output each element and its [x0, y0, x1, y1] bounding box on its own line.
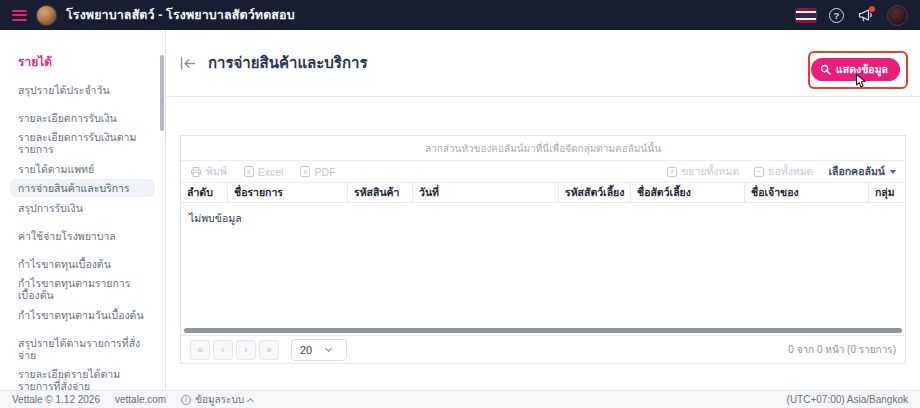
main-content: การจ่ายสินค้าและบริการ แสดงข้อมูล ลากส่ว…	[166, 30, 920, 390]
sidebar-item[interactable]: สรุปรายได้ประจำวัน	[10, 81, 155, 99]
top-bar: โรงพยาบาลสัตว์ - โรงพยาบาลสัตว์ทดสอบ ?	[0, 0, 920, 30]
sidebar-item[interactable]: กำไรขาดทุนเบื้องต้น	[10, 255, 155, 273]
sidebar-item[interactable]: รายละเอียดการรับเงินตามรายการ	[10, 128, 155, 158]
group-panel[interactable]: ลากส่วนหัวของคอลัมน์มาที่นี่เพื่อจัดกลุ่…	[181, 136, 905, 161]
sidebar-item[interactable]: กำไรขาดทุนตามรายการเบื้องต้น	[10, 274, 155, 304]
pager-button[interactable]: ‹	[213, 340, 233, 360]
column-header[interactable]: ลำดับ	[181, 183, 228, 202]
print-label: พิมพ์	[206, 163, 227, 180]
column-header[interactable]: ชื่อเจ้าของ	[745, 183, 869, 202]
page-title-bar: การจ่ายสินค้าและบริการ	[166, 30, 920, 97]
collapse-sidebar-icon[interactable]	[180, 55, 198, 71]
pagination-bar: « ‹ › »	[181, 335, 905, 363]
sidebar-item-label: รายละเอียดการรับเงินตามรายการ	[18, 131, 136, 155]
sidebar-section-title: รายได้	[0, 30, 165, 79]
excel-label: Excel	[258, 166, 284, 178]
column-header[interactable]: รหัสสัตว์เลี้ยง	[559, 183, 631, 202]
pager-nav-buttons: « ‹ › »	[190, 340, 279, 360]
column-header-label: วันที่	[419, 184, 439, 201]
system-info-toggle[interactable]: i ข้อมูลระบบ	[181, 392, 253, 407]
column-header[interactable]: รหัสสินค้า	[348, 183, 413, 202]
excel-file-icon: X	[244, 166, 254, 177]
collapse-all-icon: −	[754, 167, 764, 177]
collapse-all-button[interactable]: − ย่อทั้งหมด	[754, 163, 813, 180]
page-title: การจ่ายสินค้าและบริการ	[208, 51, 368, 75]
pager-button[interactable]: »	[259, 340, 279, 360]
sidebar-item-label: การจ่ายสินค้าและบริการ	[18, 182, 130, 194]
system-info-label: ข้อมูลระบบ	[195, 392, 244, 407]
help-icon[interactable]: ?	[829, 8, 844, 23]
thai-flag-language-icon[interactable]	[796, 9, 816, 22]
column-header-label: ชื่อสัตว์เลี้ยง	[637, 184, 691, 201]
info-icon: i	[181, 395, 191, 405]
print-button[interactable]: พิมพ์	[190, 163, 227, 180]
user-avatar[interactable]	[887, 5, 908, 26]
pager-button-glyph: ›	[244, 344, 247, 355]
search-icon	[820, 64, 831, 75]
pager-button-glyph: ‹	[221, 344, 224, 355]
pager-button[interactable]: ›	[236, 340, 256, 360]
page-size-select[interactable]: 20	[291, 339, 347, 361]
sidebar-item-label: กำไรขาดทุนตามวันเบื้องต้น	[18, 309, 144, 321]
expand-all-button[interactable]: + ขยายทั้งหมด	[667, 163, 739, 180]
export-pdf-button[interactable]: A PDF	[300, 166, 335, 178]
caret-down-icon	[890, 170, 896, 174]
horizontal-scrollbar-thumb[interactable]	[184, 328, 902, 333]
expand-all-label: ขยายทั้งหมด	[681, 163, 739, 180]
pager-button-glyph: »	[266, 344, 272, 355]
menu-icon[interactable]	[12, 10, 27, 21]
page-size-value: 20	[300, 344, 312, 356]
empty-message: ไม่พบข้อมูล	[189, 210, 242, 227]
pager-summary: 0 จาก 0 หน้า (0 รายการ)	[788, 342, 896, 357]
announcements-icon[interactable]	[857, 7, 874, 23]
notification-dot	[869, 6, 875, 12]
footer: Vettale © 1.12 2026 vettale.com i ข้อมูล…	[0, 390, 920, 408]
sidebar-item[interactable]: กำไรขาดทุนตามวันเบื้องต้น	[10, 306, 155, 324]
clinic-logo-avatar[interactable]	[36, 5, 57, 26]
column-header-label: กลุ่ม	[875, 184, 895, 201]
pager-button-glyph: «	[197, 344, 203, 355]
horizontal-scrollbar	[181, 328, 905, 335]
sidebar-item[interactable]: รายได้ตามแพทย์	[10, 160, 155, 178]
sidebar-item[interactable]: รายละเอียดการรับเงิน	[10, 109, 155, 127]
pager-button[interactable]: «	[190, 340, 210, 360]
app-window: โรงพยาบาลสัตว์ - โรงพยาบาลสัตว์ทดสอบ ? ร…	[0, 0, 920, 408]
column-header[interactable]: กลุ่ม	[869, 183, 905, 202]
export-excel-button[interactable]: X Excel	[244, 166, 284, 178]
column-header-label: ลำดับ	[187, 184, 213, 201]
expand-all-icon: +	[667, 167, 677, 177]
grid-body: ไม่พบข้อมูล	[181, 203, 905, 328]
column-header[interactable]: ชื่อรายการ	[228, 183, 348, 202]
sidebar-item[interactable]: ค่าใช้จ่ายโรงพยาบาล	[10, 227, 155, 245]
column-header-label: รหัสสินค้า	[354, 184, 399, 201]
grid-header-row: ลำดับ ชื่อรายการ รหัสสินค้า วันที่	[181, 183, 905, 203]
footer-copyright: Vettale © 1.12 2026	[12, 394, 100, 405]
column-header-label: รหัสสัตว์เลี้ยง	[565, 184, 624, 201]
collapse-all-label: ย่อทั้งหมด	[768, 163, 813, 180]
grid-toolbar: พิมพ์ X Excel A PDF + ขยายทั้งหมด −	[181, 161, 905, 183]
sidebar-scrollbar[interactable]	[160, 55, 164, 131]
top-bar-actions: ?	[796, 5, 908, 26]
sidebar-item[interactable]: สรุปการรับเงิน	[10, 199, 155, 217]
chevron-down-icon	[325, 344, 332, 351]
sidebar-item-label: รายละเอียดการรับเงิน	[18, 112, 117, 124]
sidebar-item-label: สรุปรายได้ประจำวัน	[18, 84, 110, 96]
sidebar-item-label: กำไรขาดทุนตามรายการเบื้องต้น	[18, 277, 130, 301]
choose-columns-label: เลือกคอลัมน์	[828, 163, 885, 180]
sidebar-item-label: กำไรขาดทุนเบื้องต้น	[18, 258, 111, 270]
sidebar-item-label: ค่าใช้จ่ายโรงพยาบาล	[18, 230, 116, 242]
column-header-label: ชื่อเจ้าของ	[751, 184, 799, 201]
footer-timezone: (UTC+07:00) Asia/Bangkok	[787, 394, 908, 405]
column-header[interactable]: วันที่	[413, 183, 559, 202]
footer-site-link[interactable]: vettale.com	[115, 394, 166, 405]
group-panel-hint: ลากส่วนหัวของคอลัมน์มาที่นี่เพื่อจัดกลุ่…	[425, 141, 661, 156]
sidebar-item[interactable]: การจ่ายสินค้าและบริการ	[10, 179, 155, 197]
pdf-label: PDF	[314, 166, 335, 178]
sidebar-item[interactable]: สรุปรายได้ตามรายการที่สั่งจ่าย	[10, 334, 155, 364]
sidebar-item[interactable]: รายละเอียดรายได้ตามรายการที่สั่งจ่าย	[10, 365, 155, 390]
data-grid: ลากส่วนหัวของคอลัมน์มาที่นี่เพื่อจัดกลุ่…	[180, 135, 906, 364]
choose-columns-button[interactable]: เลือกคอลัมน์	[828, 163, 896, 180]
app-title: โรงพยาบาลสัตว์ - โรงพยาบาลสัตว์ทดสอบ	[66, 5, 295, 25]
column-header[interactable]: ชื่อสัตว์เลี้ยง	[631, 183, 745, 202]
sidebar-item-label: รายละเอียดรายได้ตามรายการที่สั่งจ่าย	[18, 368, 120, 390]
